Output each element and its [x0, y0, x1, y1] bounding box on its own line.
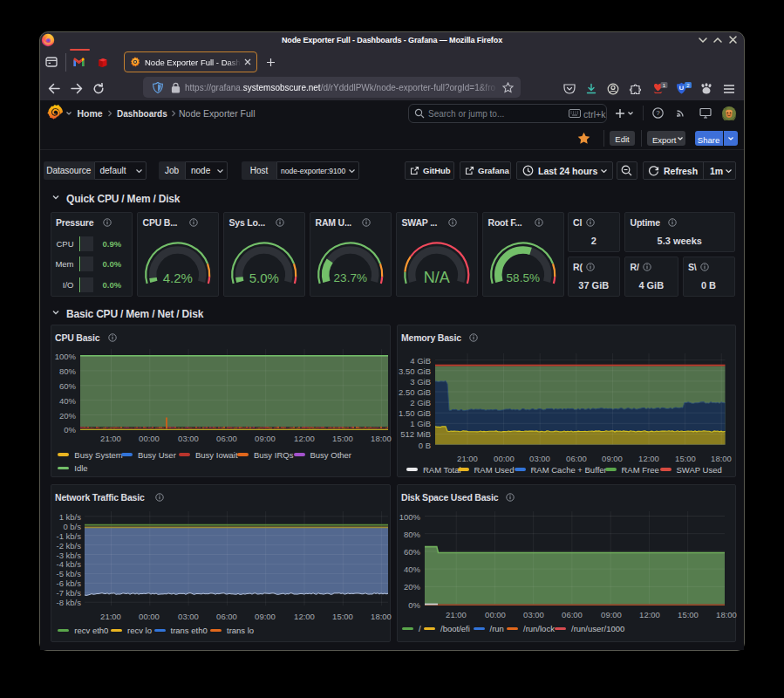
svg-text:?: ? — [656, 109, 660, 117]
